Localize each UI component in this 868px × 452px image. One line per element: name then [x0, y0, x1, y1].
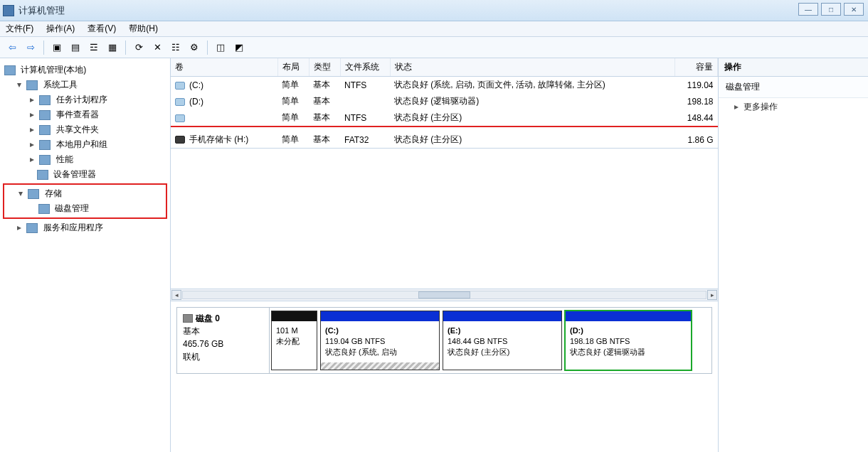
- scroll-left-arrow[interactable]: ◂: [171, 290, 181, 300]
- perf-icon: [39, 155, 51, 165]
- delete-button[interactable]: ✕: [149, 40, 165, 55]
- expander-icon[interactable]: ▸: [28, 109, 36, 119]
- tree-task-scheduler[interactable]: ▸ 任务计划程序: [3, 92, 167, 107]
- tree-label: 服务和应用程序: [43, 222, 103, 232]
- tree-performance[interactable]: ▸ 性能: [3, 152, 167, 167]
- tree-services[interactable]: ▸ 服务和应用程序: [3, 220, 167, 235]
- partition[interactable]: (D:)198.18 GB NTFS状态良好 (逻辑驱动器: [565, 311, 692, 370]
- scroll-right-arrow[interactable]: ▸: [707, 290, 717, 300]
- close-button[interactable]: ✕: [844, 3, 864, 16]
- disk-row: 磁盘 0 基本 465.76 GB 联机 101 M未分配(C:)119.04 …: [176, 307, 712, 374]
- view1-button[interactable]: ◫: [213, 40, 228, 55]
- properties2-button[interactable]: ▦: [105, 40, 120, 55]
- col-capacity[interactable]: 容量: [675, 58, 718, 77]
- table-row[interactable]: (D:)简单基本状态良好 (逻辑驱动器)198.18: [171, 93, 718, 109]
- cell-status: 状态良好 (主分区): [390, 109, 675, 127]
- tree-event-viewer[interactable]: ▸ 事件查看器: [3, 107, 167, 122]
- menu-help[interactable]: 帮助(H): [129, 23, 158, 35]
- volume-table: 卷 布局 类型 文件系统 状态 容量 (C:)简单基本NTFS状态良好 (系统,…: [171, 58, 718, 148]
- expander-icon[interactable]: ▾: [16, 80, 23, 90]
- table-row[interactable]: (C:)简单基本NTFS状态良好 (系统, 启动, 页面文件, 活动, 故障转储…: [171, 77, 718, 94]
- partition-hatch: [321, 362, 439, 370]
- partition[interactable]: (E:)148.44 GB NTFS状态良好 (主分区): [443, 311, 562, 370]
- actions-section[interactable]: 磁盘管理: [719, 77, 868, 98]
- show-hide-button[interactable]: ▤: [68, 40, 83, 55]
- partition-status: 状态良好 (主分区): [448, 348, 509, 356]
- menu-view[interactable]: 查看(V): [88, 23, 116, 35]
- col-layout[interactable]: 布局: [277, 58, 309, 77]
- col-volume[interactable]: 卷: [171, 58, 277, 77]
- cell-capacity: 148.44: [675, 109, 718, 127]
- properties-button[interactable]: ☷: [168, 40, 184, 55]
- tree-system-tools[interactable]: ▾ 系统工具: [3, 77, 167, 92]
- partition-size: 148.44 GB NTFS: [448, 337, 507, 345]
- expander-icon[interactable]: ▸: [16, 222, 23, 232]
- view2-button[interactable]: ◩: [231, 40, 247, 55]
- disk-info[interactable]: 磁盘 0 基本 465.76 GB 联机: [177, 308, 270, 373]
- event-icon: [39, 110, 51, 120]
- forward-button[interactable]: ⇨: [23, 40, 38, 55]
- share-icon: [39, 125, 51, 135]
- partition[interactable]: (C:)119.04 GB NTFS状态良好 (系统, 启动: [320, 311, 440, 370]
- list-button[interactable]: ☲: [86, 40, 102, 55]
- expander-icon[interactable]: ▸: [28, 154, 36, 164]
- tree-pane: 计算机管理(本地) ▾ 系统工具 ▸ 任务计划程序 ▸ 事件查看器 ▸ 共享文件…: [0, 58, 171, 452]
- expander-icon[interactable]: ▾: [17, 188, 24, 198]
- table-row[interactable]: 手机存储卡 (H:)简单基本FAT32状态良好 (主分区)1.86 G: [171, 131, 718, 148]
- main-area: 计算机管理(本地) ▾ 系统工具 ▸ 任务计划程序 ▸ 事件查看器 ▸ 共享文件…: [0, 58, 868, 452]
- tree-local-users[interactable]: ▸ 本地用户和组: [3, 137, 167, 152]
- tools-icon: [26, 80, 38, 90]
- chevron-right-icon: ▸: [734, 102, 739, 112]
- services-icon: [26, 223, 38, 233]
- console-icon: [4, 65, 16, 75]
- actions-more[interactable]: ▸ 更多操作: [719, 98, 868, 116]
- users-icon: [39, 140, 51, 150]
- horizontal-scrollbar[interactable]: ◂ ▸: [171, 289, 718, 301]
- col-status[interactable]: 状态: [390, 58, 675, 77]
- cell-layout: 简单: [277, 109, 309, 127]
- cell-type: 基本: [309, 109, 340, 127]
- menu-action[interactable]: 操作(A): [46, 23, 75, 35]
- volume-icon: [175, 136, 185, 144]
- tree-shared-folders[interactable]: ▸ 共享文件夹: [3, 122, 167, 137]
- partition-drive: (E:): [448, 326, 460, 335]
- table-row[interactable]: 简单基本NTFS状态良好 (主分区)148.44: [171, 109, 718, 127]
- maximize-button[interactable]: □: [821, 3, 841, 16]
- diskmgr-icon: [38, 204, 50, 214]
- tree-label: 计算机管理(本地): [21, 65, 86, 75]
- app-icon: [3, 5, 14, 16]
- expander-icon[interactable]: ▸: [28, 95, 36, 104]
- scheduler-icon: [39, 95, 51, 105]
- window-title: 计算机管理: [18, 4, 65, 17]
- minimize-button[interactable]: —: [798, 3, 818, 16]
- partition-status: 未分配: [276, 337, 300, 345]
- highlight-line: [171, 127, 718, 131]
- up-button[interactable]: ▣: [49, 40, 65, 55]
- menu-file[interactable]: 文件(F): [6, 23, 33, 35]
- col-fs[interactable]: 文件系统: [340, 58, 390, 77]
- settings-button[interactable]: ⚙: [186, 40, 202, 55]
- back-button[interactable]: ⇦: [4, 40, 20, 55]
- tree-storage[interactable]: ▾ 存储: [4, 186, 166, 201]
- tree-label: 本地用户和组: [56, 139, 107, 149]
- tree-label: 性能: [56, 154, 73, 164]
- expander-icon[interactable]: ▸: [28, 124, 36, 134]
- scroll-track[interactable]: [182, 291, 706, 299]
- tree-disk-management[interactable]: 磁盘管理: [4, 201, 166, 216]
- refresh-button[interactable]: ⟳: [131, 40, 147, 55]
- partition[interactable]: 101 M未分配: [271, 311, 317, 370]
- col-type[interactable]: 类型: [309, 58, 340, 77]
- tree-device-manager[interactable]: 设备管理器: [3, 167, 167, 182]
- tree-root[interactable]: 计算机管理(本地): [3, 63, 167, 77]
- disk-state: 联机: [183, 350, 263, 363]
- actions-more-label: 更多操作: [743, 102, 778, 112]
- disk-label: 磁盘 0: [196, 313, 220, 323]
- disk-icon: [183, 314, 193, 323]
- volume-name: 手机存储卡 (H:): [189, 134, 248, 144]
- volume-name: (C:): [189, 80, 203, 90]
- cell-status: 状态良好 (系统, 启动, 页面文件, 活动, 故障转储, 主分区): [390, 77, 675, 94]
- scroll-thumb[interactable]: [418, 291, 471, 298]
- volume-icon: [175, 98, 185, 106]
- expander-icon[interactable]: ▸: [28, 139, 36, 149]
- partition-size: 101 M: [276, 326, 298, 335]
